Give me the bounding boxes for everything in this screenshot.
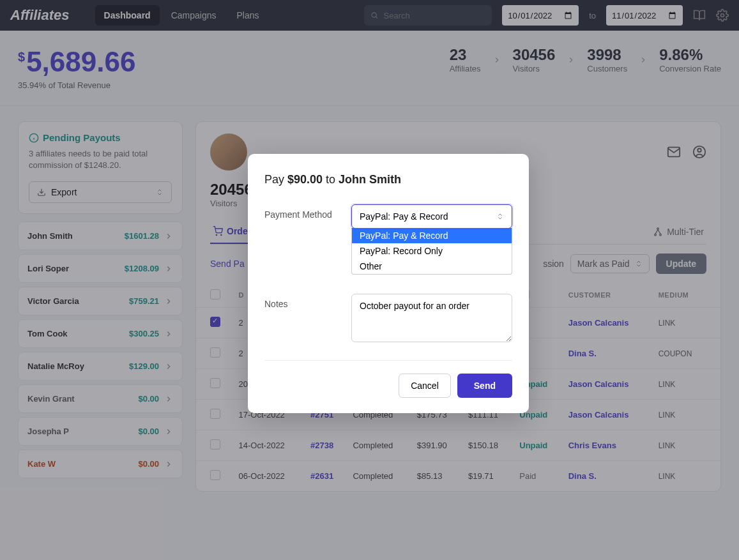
notes-label: Notes — [264, 294, 351, 309]
notes-textarea[interactable]: October payout for an order — [351, 294, 512, 342]
cancel-button[interactable]: Cancel — [399, 374, 451, 398]
modal-title: Pay $90.00 to John Smith — [264, 173, 512, 186]
dropdown-option[interactable]: PayPal: Record Only — [352, 243, 512, 259]
payment-method-select[interactable]: PayPal: Pay & Record — [351, 204, 512, 229]
dropdown-option[interactable]: PayPal: Pay & Record — [352, 228, 512, 243]
chevron-updown-icon — [496, 212, 504, 221]
payment-method-label: Payment Method — [264, 204, 351, 220]
send-button[interactable]: Send — [457, 374, 512, 398]
dropdown-option[interactable]: Other — [352, 259, 512, 274]
payment-method-dropdown: PayPal: Pay & RecordPayPal: Record OnlyO… — [351, 228, 512, 275]
pay-modal: Pay $90.00 to John Smith Payment Method … — [248, 154, 529, 413]
